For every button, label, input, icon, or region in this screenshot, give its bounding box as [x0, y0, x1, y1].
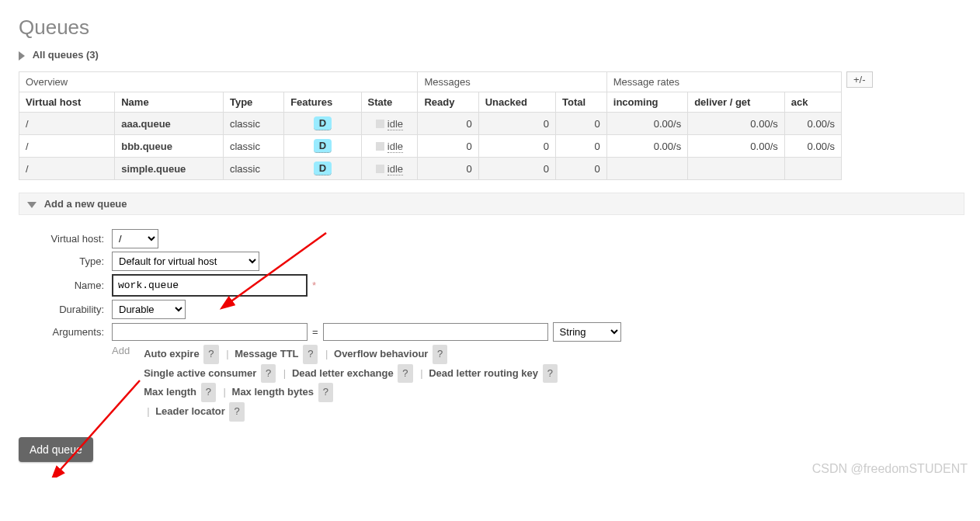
- cell-unacked: 0: [478, 113, 555, 135]
- arg-value-input[interactable]: [323, 323, 548, 341]
- cell-ready: 0: [418, 135, 478, 158]
- col-total[interactable]: Total: [556, 92, 607, 113]
- help-icon[interactable]: ?: [201, 383, 216, 402]
- help-icon[interactable]: ?: [543, 364, 558, 384]
- cell-state: idle: [361, 135, 418, 158]
- cell-unacked: 0: [478, 158, 555, 180]
- durable-badge-icon: D: [314, 116, 332, 130]
- name-input[interactable]: [112, 274, 308, 297]
- durability-select[interactable]: Durable: [112, 300, 186, 319]
- section-add-queue[interactable]: Add a new queue: [19, 193, 964, 215]
- col-unacked[interactable]: Unacked: [478, 92, 555, 113]
- cell-vhost: /: [19, 158, 115, 180]
- queue-link[interactable]: simple.queue: [115, 158, 224, 180]
- add-queue-button[interactable]: Add queue: [19, 437, 93, 462]
- arg-hint[interactable]: Auto expire: [144, 348, 200, 359]
- cell-features: D: [284, 158, 361, 180]
- label-durability: Durability:: [19, 304, 112, 315]
- col-features: Features: [284, 92, 361, 113]
- add-queue-title: Add a new queue: [44, 198, 127, 210]
- arg-hint[interactable]: Overflow behaviour: [334, 348, 428, 359]
- help-icon[interactable]: ?: [261, 364, 276, 384]
- cell-state: idle: [361, 158, 418, 180]
- arg-hint[interactable]: Dead letter routing key: [429, 367, 538, 379]
- cell-ready: 0: [418, 158, 478, 180]
- arg-hint[interactable]: Max length bytes: [232, 386, 314, 398]
- cell-state: idle: [361, 113, 418, 135]
- cell-deliver: 0.00/s: [688, 113, 785, 135]
- cell-total: 0: [556, 158, 607, 180]
- queue-link[interactable]: aaa.queue: [115, 113, 224, 135]
- cell-features: D: [284, 113, 361, 135]
- label-vhost: Virtual host:: [19, 233, 112, 245]
- queues-table: Overview Messages Message rates Virtual …: [19, 71, 842, 180]
- group-overview: Overview: [19, 72, 418, 92]
- col-state[interactable]: State: [361, 92, 418, 113]
- col-ready[interactable]: Ready: [418, 92, 478, 113]
- arg-type-select[interactable]: String: [553, 322, 621, 342]
- page-title: Queues: [19, 16, 964, 40]
- state-dot-icon: [376, 142, 384, 151]
- type-select[interactable]: Default for virtual host: [112, 252, 259, 271]
- chevron-right-icon: [19, 51, 25, 61]
- add-argument-link[interactable]: Add: [112, 345, 130, 356]
- cell-type: classic: [223, 158, 283, 180]
- state-dot-icon: [376, 120, 384, 128]
- group-messages: Messages: [418, 72, 606, 92]
- label-type: Type:: [19, 255, 112, 267]
- cell-total: 0: [556, 135, 607, 158]
- cell-incoming: 0.00/s: [606, 135, 687, 158]
- help-icon[interactable]: ?: [303, 345, 318, 364]
- argument-hints: Auto expire ? | Message TTL ? | Overflow…: [144, 345, 559, 422]
- queue-link[interactable]: bbb.queue: [115, 135, 224, 158]
- cell-features: D: [284, 135, 361, 158]
- cell-unacked: 0: [478, 135, 555, 158]
- col-vhost[interactable]: Virtual host: [19, 92, 115, 113]
- col-deliver[interactable]: deliver / get: [688, 92, 785, 113]
- durable-badge-icon: D: [314, 139, 332, 153]
- table-row: /aaa.queueclassicDidle0000.00/s0.00/s0.0…: [19, 113, 842, 135]
- state-dot-icon: [376, 165, 384, 173]
- table-row: /bbb.queueclassicDidle0000.00/s0.00/s0.0…: [19, 135, 842, 158]
- help-icon[interactable]: ?: [398, 364, 412, 384]
- all-queues-label: All queues (3): [33, 49, 99, 61]
- cell-ready: 0: [418, 113, 478, 135]
- arg-eq: =: [308, 326, 323, 338]
- required-mark: *: [312, 280, 316, 291]
- label-name: Name:: [19, 280, 112, 291]
- col-name[interactable]: Name: [115, 92, 224, 113]
- table-row: /simple.queueclassicDidle000: [19, 158, 842, 180]
- col-type[interactable]: Type: [223, 92, 283, 113]
- vhost-select[interactable]: /: [112, 229, 158, 248]
- col-ack[interactable]: ack: [784, 92, 841, 113]
- arg-hint[interactable]: Max length: [144, 386, 196, 398]
- cell-incoming: [606, 158, 687, 180]
- watermark: CSDN @freedomSTUDENT: [812, 462, 968, 476]
- cell-total: 0: [556, 113, 607, 135]
- col-incoming[interactable]: incoming: [606, 92, 687, 113]
- arg-hint[interactable]: Single active consumer: [144, 367, 256, 379]
- chevron-down-icon: [27, 202, 36, 208]
- help-icon[interactable]: ?: [318, 383, 333, 402]
- label-arguments: Arguments:: [19, 326, 112, 338]
- help-icon[interactable]: ?: [229, 402, 244, 422]
- arg-key-input[interactable]: [112, 323, 308, 341]
- group-rates: Message rates: [606, 72, 841, 92]
- arg-hint[interactable]: Dead letter exchange: [292, 367, 394, 379]
- columns-toggle-button[interactable]: +/-: [846, 71, 873, 88]
- cell-vhost: /: [19, 135, 115, 158]
- cell-type: classic: [223, 135, 283, 158]
- cell-ack: 0.00/s: [784, 135, 841, 158]
- cell-ack: [784, 158, 841, 180]
- section-all-queues[interactable]: All queues (3): [19, 44, 964, 65]
- cell-vhost: /: [19, 113, 115, 135]
- cell-ack: 0.00/s: [784, 113, 841, 135]
- arg-hint[interactable]: Message TTL: [235, 348, 298, 359]
- durable-badge-icon: D: [314, 162, 332, 175]
- help-icon[interactable]: ?: [203, 345, 218, 364]
- cell-type: classic: [223, 113, 283, 135]
- arg-hint[interactable]: Leader locator: [155, 405, 225, 417]
- help-icon[interactable]: ?: [433, 345, 447, 364]
- cell-incoming: 0.00/s: [606, 113, 687, 135]
- cell-deliver: 0.00/s: [688, 135, 785, 158]
